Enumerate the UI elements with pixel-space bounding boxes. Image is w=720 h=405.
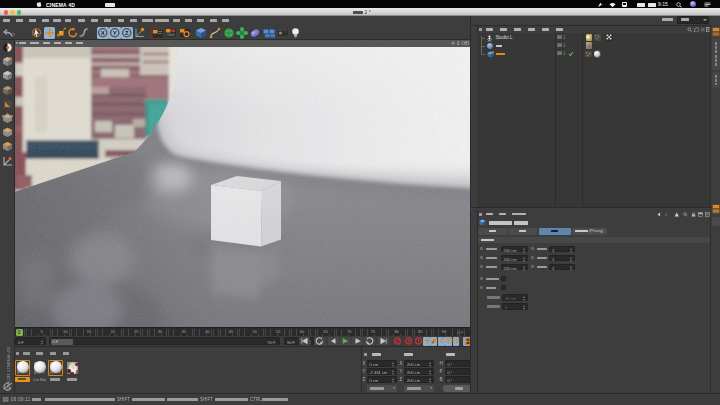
svg-text:Y: Y: [113, 30, 117, 36]
svg-text:X: X: [101, 30, 105, 36]
svg-text:Z: Z: [125, 30, 129, 36]
svg-text:P: P: [448, 338, 451, 343]
